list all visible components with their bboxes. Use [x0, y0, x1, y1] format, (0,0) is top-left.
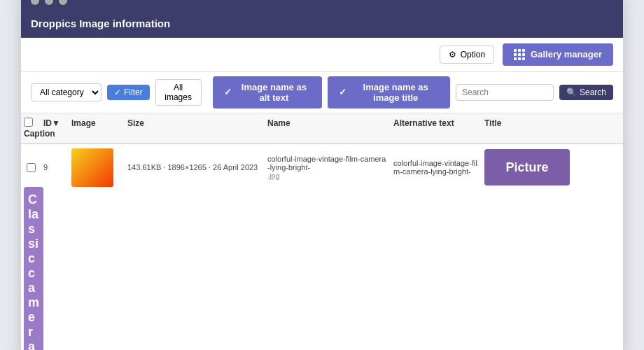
row-size-9: 143.61KB · 1896×1265 · 26 April 2023: [125, 163, 265, 172]
app-title: Droppics Image information: [31, 18, 170, 29]
col-checkbox: [21, 118, 41, 129]
select-all-checkbox[interactable]: [24, 118, 33, 127]
search-button[interactable]: 🔍 Search: [559, 85, 613, 100]
dot-red: [31, 0, 39, 5]
app-title-bar: Droppics Image information: [21, 12, 623, 38]
col-alt: Alternative text: [391, 118, 482, 128]
col-title: Title: [482, 118, 573, 128]
option-button[interactable]: ⚙ Option: [440, 46, 494, 64]
row-alt-9: colorful-image-vintage-film-camera-lying…: [391, 159, 482, 176]
category-select[interactable]: All category: [31, 83, 102, 102]
col-id[interactable]: ID▼: [41, 118, 69, 128]
gear-icon: ⚙: [449, 50, 456, 59]
search-input[interactable]: [456, 84, 554, 101]
row-title-9: Picture: [482, 149, 573, 186]
check-icon: ✓: [114, 88, 121, 97]
filter-button[interactable]: ✓ Filter: [107, 85, 150, 100]
check-icon-title: ✓: [339, 87, 346, 97]
main-window: Droppics Image information ⚙ Option Gall…: [21, 0, 623, 350]
row-image-9: [69, 148, 125, 187]
table-row: 9 143.61KB · 1896×1265 · 26 April 2023 c…: [21, 144, 623, 351]
toggle-image-title-button[interactable]: ✓ Image name as image title: [328, 76, 450, 108]
toolbar: ⚙ Option Gallery manager: [21, 38, 623, 72]
title-highlight-9: Picture: [484, 149, 570, 186]
row-id-9: 9: [41, 163, 69, 172]
dot-yellow: [45, 0, 53, 5]
row-name-9: colorful-image-vintage-film-camera-lying…: [265, 155, 391, 180]
caption-highlight-9: Classic camera: [24, 187, 43, 351]
col-size: Size: [125, 118, 265, 128]
col-name: Name: [265, 118, 391, 128]
row-caption-9: Classic camera: [21, 187, 41, 351]
all-images-button[interactable]: All images: [155, 79, 202, 106]
col-image: Image: [69, 118, 125, 128]
thumbnail-9: [71, 148, 113, 187]
table-body: 9 143.61KB · 1896×1265 · 26 April 2023 c…: [21, 144, 623, 351]
col-caption: Caption: [21, 129, 41, 139]
row-checkbox-9: [21, 163, 41, 172]
toggle-alt-text-button[interactable]: ✓ Image name as alt text: [213, 76, 323, 108]
gallery-manager-button[interactable]: Gallery manager: [503, 43, 613, 66]
filter-bar: All category ✓ Filter All images ✓ Image…: [21, 72, 623, 113]
row-checkbox-input-9[interactable]: [27, 163, 36, 172]
check-icon-alt: ✓: [224, 87, 232, 97]
search-icon: 🔍: [566, 88, 577, 97]
titlebar: [21, 0, 623, 12]
dot-green: [59, 0, 67, 5]
table-header: ID▼ Image Size Name Alternative text Tit…: [21, 113, 623, 144]
grid-icon: [514, 49, 525, 60]
